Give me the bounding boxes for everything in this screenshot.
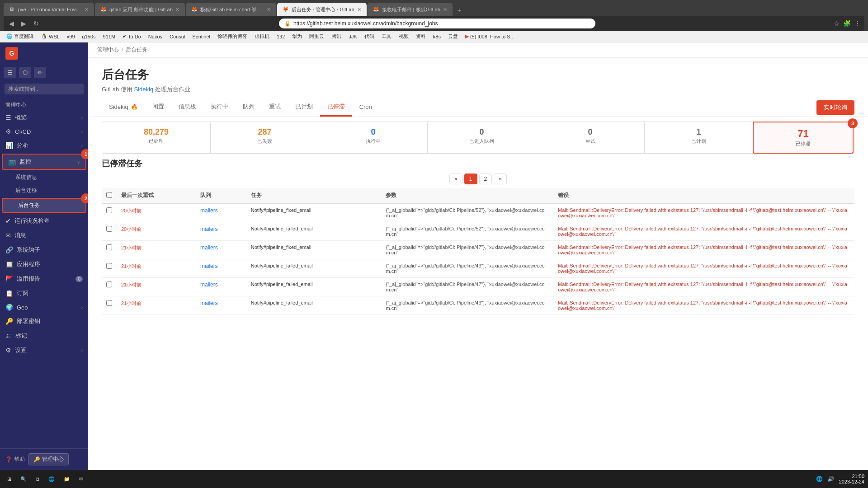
select-all-checkbox[interactable] [106,192,112,198]
new-tab-button[interactable]: + [453,5,465,16]
tab-dashboard[interactable]: 信息板 [171,98,203,117]
breadcrumb-admin[interactable]: 管理中心 [97,46,119,54]
bookmark-jjk[interactable]: JJK [346,33,359,40]
tab-queues[interactable]: 队列 [236,98,262,117]
sidebar-item-orders[interactable]: 📋 订阅 [0,286,88,300]
sidebar-item-running-check[interactable]: ✔ 运行状况检查 [0,214,88,228]
sidebar-item-settings[interactable]: ⚙ 设置 › [0,343,88,357]
key-icon: 🔑 [33,456,40,463]
pagination-page1[interactable]: 1 [464,174,477,184]
bookmark-192[interactable]: 192 [274,33,288,40]
sidebar-menu-button[interactable]: ☰ [4,67,16,78]
bookmark-video[interactable]: 视频 [396,32,411,41]
extensions-button[interactable]: 🧩 [843,20,851,27]
tab-cron[interactable]: Cron [352,98,379,117]
realtime-poll-button[interactable]: 实时轮询 [816,100,854,115]
browser-menu-button[interactable]: ⋮ [854,20,861,27]
bookmark-tools[interactable]: 工具 [379,32,394,41]
edge-button[interactable]: 🌐 [45,474,58,484]
bookmark-huawei[interactable]: 华为 [289,32,305,41]
tab-close-3[interactable]: ✕ [267,7,271,13]
bookmark-x99[interactable]: x99 [64,33,78,40]
sidebar-item-messages[interactable]: ✉ 消息 [0,228,88,243]
sidebar-edit-button[interactable]: ✏ [34,67,46,78]
sidebar-item-analytics[interactable]: 📊 分析 › [0,138,88,153]
address-bar[interactable]: 🔓 https://gitlab.test.helm.xuxiaowei.cn/… [279,19,595,28]
sidebar-sub-background-jobs[interactable]: 后台任务 [2,198,86,213]
help-button[interactable]: ❓ 帮助 [5,455,25,463]
bookmark-sentinel[interactable]: Sentinel [189,33,213,40]
browser-tab-4[interactable]: 🦊 后台任务 · 管理中心 · GitLab ✕ [277,3,367,16]
sidekiq-link[interactable]: Sidekiq [134,86,154,93]
search-button[interactable]: 🔍 [17,474,30,484]
sidebar-item-apps[interactable]: 🔲 应用程序 [0,257,88,272]
bookmark-tencent[interactable]: 腾讯 [329,32,344,41]
browser-tab-3[interactable]: 🦊 极狐GitLab Helm chart 部署... ✕ [186,3,276,16]
row-checkbox-4[interactable] [102,278,117,296]
sidebar-sub-migration[interactable]: 后台迁移 [0,184,88,197]
mail-button[interactable]: ✉ [75,474,87,484]
row-checkbox-3[interactable] [102,259,117,278]
start-button[interactable]: ⊞ [4,474,15,484]
tab-close-5[interactable]: ✕ [443,7,447,13]
row-checkbox-0[interactable] [102,203,117,222]
tab-scheduled[interactable]: 已计划 [288,98,320,117]
pagination-page2[interactable]: 2 [479,174,492,184]
row-checkbox-5[interactable] [102,296,117,315]
sidebar-item-monitor[interactable]: 📺 监控 ∨ [2,154,86,170]
reload-button[interactable]: ↻ [32,18,41,29]
row-checkbox-2[interactable] [102,241,117,259]
tab-close-2[interactable]: ✕ [175,7,179,13]
tab-idle[interactable]: 闲置 [145,98,171,117]
forward-button[interactable]: ▶ [19,18,28,29]
row-time-1: 20小时前 [117,222,196,241]
bookmark-consul[interactable]: Consul [167,33,188,40]
bookmark-blog[interactable]: 徐晓伟的博客 [215,32,250,41]
tab-close-4[interactable]: ✕ [357,7,361,13]
tab-sidekiq[interactable]: Sidekiq 🔥 [102,98,145,117]
pagination-prev[interactable]: « [449,174,462,184]
browser-tab-5[interactable]: 🦊 接收电子邮件 | 极狐GitLab ✕ [368,3,453,16]
browser-tab-2[interactable]: 🦊 gitlab 应用 邮件功能 | GitLab ✕ [95,3,185,16]
sidebar-item-abuse[interactable]: 🚩 滥用报告 0 [0,272,88,286]
bookmark-k8s[interactable]: k8s [430,33,443,40]
sidebar-search-input[interactable] [5,84,84,94]
sidebar-item-geo[interactable]: 🌍 Geo › [0,300,88,314]
bookmark-youtube[interactable]: ▶ (5) [008] How to S... [462,33,517,40]
row-checkbox-1[interactable] [102,222,117,241]
browser-tab-1[interactable]: 🖥 pve - Proxmox Virtual Envir... ✕ [4,3,94,16]
tab-close-1[interactable]: ✕ [85,7,89,13]
bookmark-star-button[interactable]: ☆ [834,20,840,27]
tab-dead[interactable]: 已停滞 [320,98,352,117]
bookmark-yunpan[interactable]: 云盘 [445,32,461,41]
sidebar-compose-button[interactable]: ⬡ [19,67,31,78]
bookmark-911m[interactable]: 911M [100,33,118,40]
back-button[interactable]: ◀ [7,18,16,29]
bookmark-nacos[interactable]: Nacos [146,33,165,40]
bookmark-code[interactable]: 代码 [362,32,377,41]
bookmark-aliyun[interactable]: 阿里云 [307,32,327,41]
sidebar-search[interactable] [0,81,88,97]
tab-retries[interactable]: 重试 [262,98,288,117]
bookmark-baidu[interactable]: 🌐 百度翻译 [4,32,37,41]
bookmark-vm[interactable]: 虚拟机 [252,32,272,41]
bookmark-todo[interactable]: ✔ To Do [120,33,144,40]
pagination-next[interactable]: » [494,174,507,184]
admin-center-button[interactable]: 🔑 管理中心 [28,453,69,465]
sidebar-item-overview[interactable]: ☰ 概览 › [0,110,88,125]
bookmark-docs[interactable]: 资料 [413,32,429,41]
sidebar-item-system-hooks[interactable]: 🔗 系统钩子 [0,243,88,257]
bookmark-g150s[interactable]: g150s [80,33,99,40]
task-view-button[interactable]: ⧉ [32,474,43,484]
bookmark-wsl[interactable]: 🐧 WSL [38,33,62,40]
sidebar-item-labels[interactable]: 🏷 标记 [0,328,88,343]
tabs-container: Sidekiq 🔥 闲置 信息板 执行中 队列 重试 [88,98,868,117]
deploy-key-icon: 🔑 [5,318,13,325]
sidebar-item-cicd[interactable]: ⚙ CI/CD › [0,125,88,138]
stat-enqueued-value: 0 [431,127,532,137]
tab-running[interactable]: 执行中 [203,98,236,117]
sidebar-sub-system-info[interactable]: 系统信息 [0,171,88,184]
row-params-4: {"_aj_globalid"=>"gid://gitlab/Ci::Pipel… [381,278,553,296]
explorer-button[interactable]: 📁 [60,474,74,484]
sidebar-item-deploy-keys[interactable]: 🔑 部署密钥 [0,314,88,328]
